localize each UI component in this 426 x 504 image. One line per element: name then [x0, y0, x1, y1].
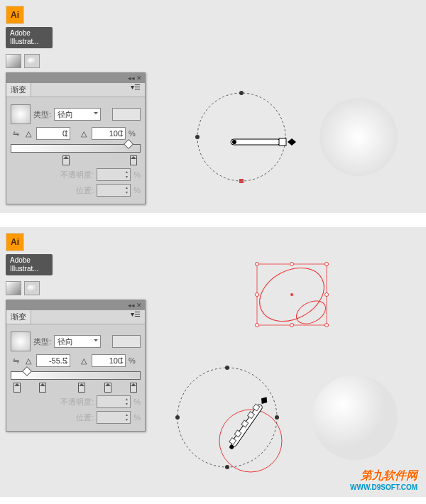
svg-point-0	[256, 263, 259, 266]
watermark: 第九软件网 WWW.D9SOFT.COM	[350, 469, 417, 491]
gradient-mini-preview	[112, 335, 141, 348]
anchor-left	[195, 135, 200, 139]
anchor-bottom	[239, 179, 244, 183]
screenshot-1: Ai Adobe Illustrat... ◂◂ ✕ 渐变 ▾☰ 类型: 径向 …	[0, 0, 426, 213]
screenshot-2: Ai Adobe Illustrat... ◂◂ ✕ 渐变▾☰ 类型: 径向 ⇋…	[0, 227, 426, 497]
svg-point-9	[225, 366, 229, 370]
svg-rect-19	[253, 404, 260, 411]
tab-gradient[interactable]: 渐变	[6, 83, 31, 97]
angle-aspect-row: ⇋ △ 0▴▾ △ 100▴▾ %	[11, 127, 141, 140]
color-stop[interactable]	[130, 383, 137, 393]
result-sphere	[320, 98, 398, 176]
svg-point-20	[229, 444, 234, 449]
dashed-circle[interactable]	[197, 93, 285, 181]
illustrator-app-label: Adobe Illustrat...	[6, 254, 53, 275]
position-row: 位置: ▴▾ %	[11, 184, 141, 197]
panel-menu-icon[interactable]: ▾☰	[126, 83, 145, 97]
gradient-fill-button[interactable]	[6, 281, 21, 295]
position-input[interactable]: ▴▾	[97, 184, 131, 197]
panel-tabs: 渐变 ▾☰	[6, 83, 145, 97]
svg-rect-18	[248, 412, 255, 419]
reverse-gradient-icon[interactable]: ⇋	[11, 128, 21, 139]
highlight-circle[interactable]	[219, 410, 282, 472]
collapse-icon[interactable]: ◂◂	[128, 75, 133, 81]
svg-point-1	[290, 263, 294, 266]
result-sphere	[312, 375, 398, 460]
svg-rect-16	[234, 430, 241, 437]
color-stop[interactable]	[130, 155, 137, 165]
gradient-ramp-editor[interactable]	[11, 371, 141, 388]
gradient-ramp-editor[interactable]	[11, 144, 141, 161]
radial-preview-button[interactable]	[24, 281, 40, 295]
svg-point-11	[275, 415, 279, 420]
annotator-end-box	[279, 138, 286, 146]
gradient-fill-button[interactable]	[6, 54, 21, 68]
type-row: 类型: 径向	[11, 332, 141, 351]
opacity-row: 不透明度: ▴▾ %	[11, 168, 141, 181]
collapse-icon[interactable]: ◂◂	[128, 302, 133, 308]
anchor-top	[239, 91, 244, 95]
svg-rect-17	[241, 420, 248, 427]
opacity-input[interactable]: ▴▾	[97, 395, 131, 408]
svg-point-7	[325, 324, 329, 327]
color-stop[interactable]	[62, 155, 70, 165]
position-input[interactable]: ▴▾	[97, 411, 131, 424]
annotator-end-diamond	[288, 138, 296, 146]
svg-point-2	[325, 263, 329, 266]
radial-preview-button[interactable]	[24, 54, 40, 68]
aspect-input[interactable]: 100▴▾	[92, 127, 126, 140]
illustrator-app-label: Adobe Illustrat...	[6, 27, 53, 48]
svg-point-10	[175, 415, 180, 420]
reverse-gradient-icon[interactable]: ⇋	[11, 355, 21, 366]
panel-menu-icon[interactable]: ▾☰	[126, 310, 145, 324]
type-dropdown[interactable]: 径向	[54, 108, 101, 121]
type-row: 类型: 径向	[11, 104, 141, 124]
highlight-ellipse-small	[293, 296, 329, 328]
gradient-swatch[interactable]	[11, 332, 31, 351]
gradient-panel: ◂◂ ✕ 渐变 ▾☰ 类型: 径向 ⇋ △ 0▴▾ △ 100▴▾ %	[6, 72, 146, 204]
color-stop[interactable]	[104, 383, 111, 393]
percent-label: %	[129, 129, 136, 138]
type-label: 类型:	[33, 109, 51, 120]
angle-input[interactable]: -55.5▴▾	[36, 354, 70, 367]
svg-line-13	[232, 405, 261, 446]
close-icon[interactable]: ✕	[136, 302, 142, 308]
color-stop[interactable]	[13, 383, 21, 393]
gradient-panel: ◂◂ ✕ 渐变▾☰ 类型: 径向 ⇋ △ -55.5▴▾ △ 100▴▾ %	[6, 300, 146, 432]
color-stop[interactable]	[39, 383, 46, 393]
svg-point-6	[290, 324, 294, 327]
close-icon[interactable]: ✕	[136, 75, 142, 81]
position-label: 位置:	[76, 185, 94, 196]
svg-rect-14	[230, 403, 263, 447]
gradient-mini-preview	[112, 108, 141, 121]
type-dropdown[interactable]: 径向	[54, 335, 101, 348]
gradient-swatch[interactable]	[11, 104, 31, 124]
illustrator-app-icon[interactable]: Ai	[6, 6, 24, 24]
panel-titlebar: ◂◂ ✕	[6, 300, 145, 310]
color-stop[interactable]	[78, 383, 85, 393]
svg-point-5	[256, 324, 259, 327]
panel-titlebar: ◂◂ ✕	[6, 73, 145, 83]
illustrator-app-icon[interactable]: Ai	[6, 233, 24, 251]
opacity-input[interactable]: ▴▾	[97, 168, 131, 181]
aspect-input[interactable]: 100▴▾	[92, 354, 126, 367]
annotator-start-dot	[232, 140, 236, 144]
aspect-icon: △	[79, 128, 89, 138]
angle-icon: △	[23, 128, 33, 138]
dashed-circle[interactable]	[178, 368, 277, 467]
angle-input[interactable]: 0▴▾	[36, 127, 70, 140]
angle-aspect-row: ⇋ △ -55.5▴▾ △ 100▴▾ %	[11, 354, 141, 367]
toolstrip	[6, 281, 420, 295]
svg-rect-15	[229, 438, 236, 445]
opacity-label: 不透明度:	[60, 170, 94, 180]
gradient-ramp[interactable]	[11, 144, 141, 153]
svg-point-12	[225, 465, 229, 469]
gradient-annotator-bar	[231, 139, 280, 145]
gradient-annotator[interactable]	[226, 394, 270, 451]
toolstrip	[6, 54, 420, 68]
tab-gradient[interactable]: 渐变	[6, 310, 31, 324]
